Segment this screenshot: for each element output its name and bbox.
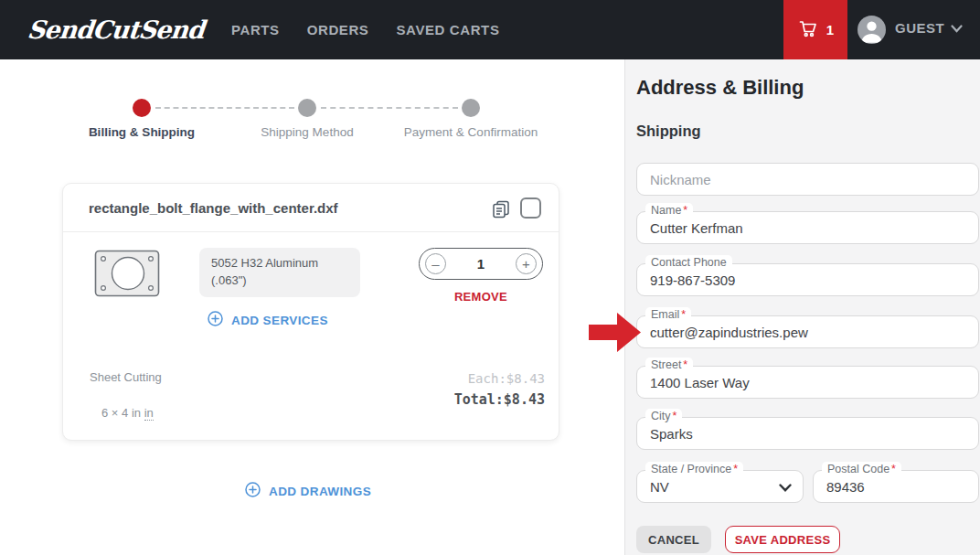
add-services-link[interactable]: ADD SERVICES	[208, 311, 328, 329]
dimensions-unit-tooltip[interactable]: in	[144, 406, 154, 421]
nav-item-saved-carts[interactable]: SAVED CARTS	[396, 22, 499, 37]
nickname-field	[636, 163, 979, 196]
price-total-label: Total:	[454, 391, 504, 408]
street-field: Street*	[636, 366, 979, 399]
name-field: Name*	[636, 211, 979, 244]
address-billing-panel: Address & Billing Shipping Name* Contact…	[624, 59, 980, 555]
avatar[interactable]	[858, 16, 886, 44]
quantity-input[interactable]	[463, 256, 499, 272]
quantity-decrease-button[interactable]: –	[425, 253, 446, 274]
state-province-label: State / Province*	[645, 462, 743, 476]
price-each-label: Each:	[468, 371, 506, 386]
step-connector	[155, 107, 294, 109]
city-input[interactable]	[637, 418, 978, 449]
cancel-button[interactable]: CANCEL	[636, 526, 711, 553]
card-divider	[63, 231, 559, 232]
price-each-value: $8.43	[506, 371, 545, 386]
email-callout-arrow-icon	[589, 311, 642, 354]
sendcutsend-logo[interactable]: SendCutSend	[26, 16, 205, 44]
step-label-shipping-method[interactable]: Shipping Method	[234, 125, 380, 139]
required-asterisk: *	[891, 463, 896, 475]
step-label-payment-confirmation[interactable]: Payment & Confirmation	[398, 125, 544, 139]
contact-phone-label: Contact Phone	[645, 255, 732, 270]
save-address-button[interactable]: SAVE ADDRESS	[725, 526, 840, 553]
contact-phone-label-text: Contact Phone	[651, 256, 727, 269]
step-label-billing-shipping[interactable]: Billing & Shipping	[69, 125, 215, 139]
street-label-text: Street	[651, 358, 681, 371]
step-dot-shipping-method[interactable]	[298, 99, 316, 117]
chevron-down-icon	[779, 479, 792, 495]
cart-icon	[797, 17, 819, 43]
state-province-field: State / Province* NV	[636, 470, 804, 503]
plus-circle-icon	[245, 482, 261, 500]
step-connector	[321, 107, 458, 109]
email-label-text: Email	[651, 308, 679, 321]
material-chip: 5052 H32 Aluminum (.063")	[199, 248, 360, 297]
part-filename: rectangle_bolt_flange_with_center.dxf	[89, 200, 338, 216]
postal-code-field: Postal Code*	[813, 470, 979, 503]
postal-code-label: Postal Code*	[822, 462, 901, 476]
street-label: Street*	[645, 358, 693, 372]
main-nav: PARTS ORDERS SAVED CARTS	[231, 22, 500, 37]
quantity-increase-button[interactable]: +	[516, 253, 537, 274]
name-label: Name*	[645, 203, 693, 218]
user-menu[interactable]: GUEST	[895, 20, 963, 36]
add-services-label: ADD SERVICES	[231, 314, 328, 327]
step-dot-payment-confirmation[interactable]	[462, 99, 480, 117]
remove-part-link[interactable]: REMOVE	[419, 290, 543, 304]
select-part-checkbox[interactable]	[520, 197, 541, 219]
price-total-value: $8.43	[504, 391, 545, 408]
nav-item-parts[interactable]: PARTS	[231, 22, 280, 37]
user-menu-label: GUEST	[895, 20, 944, 36]
shipping-section-heading: Shipping	[636, 123, 701, 140]
city-label-text: City	[651, 410, 671, 422]
duplicate-part-icon[interactable]	[490, 198, 512, 220]
quantity-stepper: – +	[419, 248, 543, 280]
state-province-value: NV	[650, 479, 669, 495]
required-asterisk: *	[683, 358, 687, 371]
required-asterisk: *	[733, 463, 738, 475]
part-thumbnail	[94, 250, 160, 301]
nickname-input[interactable]	[637, 164, 978, 195]
process-label: Sheet Cutting	[90, 370, 162, 384]
required-asterisk: *	[673, 410, 677, 422]
city-label: City*	[645, 409, 682, 423]
price-total: Total:$8.43	[454, 391, 545, 408]
chevron-down-icon	[951, 20, 963, 36]
panel-title: Address & Billing	[636, 76, 804, 100]
dimensions-value: 6 × 4 in	[101, 406, 141, 420]
email-field: Email*	[636, 315, 979, 348]
city-field: City*	[636, 417, 979, 450]
state-province-label-text: State / Province	[651, 463, 731, 475]
price-each: Each:$8.43	[468, 371, 545, 386]
add-drawings-link[interactable]: ADD DRAWINGS	[245, 482, 371, 500]
plus-circle-icon	[208, 311, 223, 329]
step-dot-billing-shipping[interactable]	[133, 99, 151, 117]
email-label: Email*	[645, 307, 691, 322]
add-drawings-label: ADD DRAWINGS	[269, 485, 371, 498]
nav-item-orders[interactable]: ORDERS	[307, 22, 369, 37]
required-asterisk: *	[683, 204, 687, 217]
cart-item-card: rectangle_bolt_flange_with_center.dxf 50…	[62, 183, 559, 441]
part-dimensions: 6 × 4 in in	[101, 406, 154, 420]
top-nav-bar: SendCutSend PARTS ORDERS SAVED CARTS 1 G…	[0, 0, 980, 59]
contact-phone-field: Contact Phone	[636, 263, 979, 296]
name-label-text: Name	[651, 204, 681, 217]
postal-code-label-text: Postal Code	[827, 463, 889, 475]
required-asterisk: *	[681, 308, 686, 321]
cart-button[interactable]: 1	[783, 0, 847, 59]
cart-count-badge: 1	[826, 22, 834, 37]
